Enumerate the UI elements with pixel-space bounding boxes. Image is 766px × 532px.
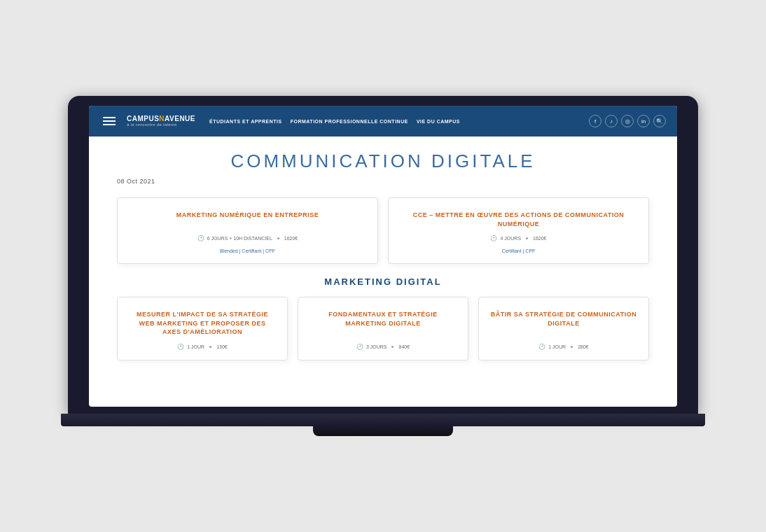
nav-social-icons: f ♪ ◎ in 🔍 bbox=[589, 115, 666, 127]
card-meta: 🕐 3 JOURS 840€ bbox=[309, 344, 457, 350]
card-tags: Certifiant | CPF bbox=[400, 248, 637, 253]
card-duration: 6 JOURS + 10H DISTANCIEL bbox=[207, 236, 272, 241]
card-title: MESURER L'IMPACT DE SA STRATÉGIE WEB MAR… bbox=[129, 310, 276, 337]
card-title: FONDAMENTAUX ET STRATÉGIE MARKETING DIGI… bbox=[309, 310, 457, 328]
card-price: 1620€ bbox=[284, 236, 298, 241]
clock-icon: 🕐 bbox=[197, 235, 204, 241]
card-duration: 1 JOUR bbox=[187, 344, 204, 349]
navbar: CAMPUSNAVENUE à la rencontre de talents … bbox=[89, 106, 677, 136]
card-price: 130€ bbox=[216, 344, 228, 349]
clock-icon: 🕐 bbox=[356, 344, 363, 350]
hamburger-menu[interactable] bbox=[100, 114, 118, 128]
logo: CAMPUSNAVENUE à la rencontre de talents bbox=[127, 115, 195, 127]
card-price: 1620€ bbox=[533, 236, 546, 241]
linkedin-icon[interactable]: in bbox=[637, 115, 650, 127]
dot-separator bbox=[571, 346, 573, 348]
card-batir-strategie[interactable]: BÂTIR SA STRATÉGIE DE COMMUNICATION DIGI… bbox=[478, 297, 649, 360]
instagram-icon[interactable]: ◎ bbox=[621, 115, 634, 127]
clock-icon: 🕐 bbox=[538, 344, 545, 350]
facebook-icon[interactable]: f bbox=[589, 115, 601, 127]
page-content: COMMUNICATION DIGITALE 08 Oct 2021 MARKE… bbox=[89, 136, 677, 394]
cards-row-2: MESURER L'IMPACT DE SA STRATÉGIE WEB MAR… bbox=[117, 297, 649, 360]
card-meta: 🕐 1 JOUR 280€ bbox=[490, 344, 637, 350]
laptop-screen: CAMPUSNAVENUE à la rencontre de talents … bbox=[89, 106, 677, 407]
logo-tagline: à la rencontre de talents bbox=[127, 122, 195, 127]
clock-icon: 🕐 bbox=[490, 235, 497, 241]
nav-link-vie[interactable]: VIE DU CAMPUS bbox=[417, 119, 460, 124]
clock-icon: 🕐 bbox=[177, 344, 184, 350]
card-marketing-numerique[interactable]: MARKETING NUMÉRIQUE EN ENTREPRISE 🕐 6 JO… bbox=[117, 197, 378, 264]
dot-separator bbox=[526, 237, 528, 239]
dot-separator bbox=[277, 237, 279, 239]
card-duration: 3 JOURS bbox=[366, 344, 387, 349]
card-tags: Blended | Certifiant | CPF bbox=[129, 248, 366, 253]
card-title: BÂTIR SA STRATÉGIE DE COMMUNICATION DIGI… bbox=[490, 310, 637, 328]
laptop-base bbox=[61, 414, 705, 426]
page-date: 08 Oct 2021 bbox=[117, 178, 649, 185]
card-fondamentaux[interactable]: FONDAMENTAUX ET STRATÉGIE MARKETING DIGI… bbox=[298, 297, 468, 360]
laptop-stand bbox=[313, 426, 453, 436]
card-duration: 4 JOURS bbox=[500, 236, 521, 241]
logo-text: CAMPUSNAVENUE bbox=[127, 115, 195, 122]
card-title: MARKETING NUMÉRIQUE EN ENTREPRISE bbox=[129, 211, 366, 220]
card-price: 840€ bbox=[398, 344, 410, 349]
nav-link-formation[interactable]: FORMATION PROFESSIONNELLE CONTINUE bbox=[291, 119, 408, 124]
dot-separator bbox=[391, 346, 394, 348]
nav-link-etudiants[interactable]: ÉTUDIANTS ET APPRENTIS bbox=[209, 119, 282, 124]
card-meta: 🕐 4 JOURS 1620€ bbox=[400, 235, 637, 241]
card-price: 280€ bbox=[578, 344, 589, 349]
tiktok-icon[interactable]: ♪ bbox=[605, 115, 618, 127]
card-cce[interactable]: CCE – METTRE EN ŒUVRE DES ACTIONS DE COM… bbox=[388, 197, 649, 264]
card-meta: 🕐 6 JOURS + 10H DISTANCIEL 1620€ bbox=[129, 235, 366, 241]
cards-row-1: MARKETING NUMÉRIQUE EN ENTREPRISE 🕐 6 JO… bbox=[117, 197, 649, 264]
search-icon[interactable]: 🔍 bbox=[653, 115, 666, 127]
screen-bezel: CAMPUSNAVENUE à la rencontre de talents … bbox=[68, 96, 698, 414]
card-duration: 1 JOUR bbox=[548, 344, 566, 349]
section-title-marketing-digital: MARKETING DIGITAL bbox=[117, 276, 649, 287]
card-mesurer-impact[interactable]: MESURER L'IMPACT DE SA STRATÉGIE WEB MAR… bbox=[117, 297, 288, 360]
dot-separator bbox=[209, 346, 211, 348]
nav-links: ÉTUDIANTS ET APPRENTIS FORMATION PROFESS… bbox=[209, 119, 580, 124]
card-meta: 🕐 1 JOUR 130€ bbox=[129, 344, 276, 350]
card-title: CCE – METTRE EN ŒUVRE DES ACTIONS DE COM… bbox=[400, 211, 637, 228]
laptop-wrapper: CAMPUSNAVENUE à la rencontre de talents … bbox=[68, 96, 698, 436]
page-title: COMMUNICATION DIGITALE bbox=[117, 150, 649, 172]
